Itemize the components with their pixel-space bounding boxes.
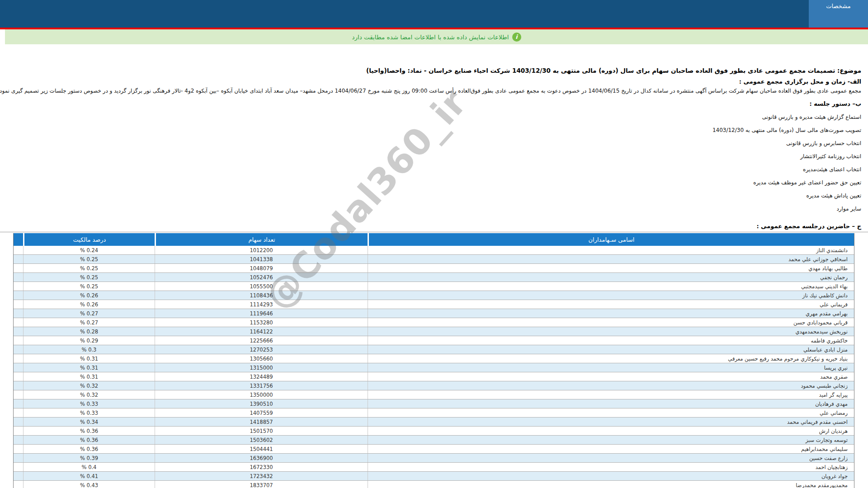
table-cell-blank <box>14 445 23 453</box>
table-cell-shares: 1636900 <box>155 454 368 462</box>
table-cell-blank <box>14 354 23 363</box>
agenda-item: سایر موارد <box>7 206 861 212</box>
table-cell-shares: 1504441 <box>155 445 368 453</box>
table-row: هرنديان ارش1501570% 0.36 <box>14 427 854 436</box>
table-cell-shares: 1012200 <box>155 246 368 254</box>
table-cell-pct: % 0.26 <box>23 291 155 300</box>
table-row: طالبي بهاباد مهدي1048079% 0.25 <box>14 264 854 273</box>
table-cell-name: محمدپورمقدم محمدرضا <box>368 481 854 488</box>
table-cell-pct: % 0.28 <box>23 327 155 336</box>
table-cell-name: نوربخش سيدمحمدمهدي <box>368 327 854 336</box>
table-cell-blank <box>14 309 23 318</box>
table-cell-name: سليماني محمدابراهيم <box>368 445 854 453</box>
table-row: دانشمندي الناز1012200% 0.24 <box>14 246 854 255</box>
table-cell-pct: % 0.27 <box>23 318 155 327</box>
table-row: زنجاني طبسي محمود1331756% 0.32 <box>14 381 854 390</box>
table-cell-blank <box>14 327 23 336</box>
table-cell-blank <box>14 291 23 300</box>
shareholders-table-body: دانشمندي الناز1012200% 0.24اسحاقي جوزاني… <box>14 246 854 488</box>
table-cell-pct: % 0.3 <box>23 345 155 354</box>
table-cell-name: نيري پريسا <box>368 363 854 372</box>
signature-status-bar: i اطلاعات نمایش داده شده با اطلاعات امضا… <box>5 29 868 44</box>
table-row: منزل ابادي عباسعلي1270253% 0.3 <box>14 345 854 354</box>
agenda-item: انتخاب حسابرس و بازرس قانونی <box>7 140 861 146</box>
table-row: نيري پريسا1315000% 0.31 <box>14 363 854 372</box>
table-cell-name: هرنديان ارش <box>368 427 854 435</box>
agenda-item: تعیین حق حضور اعضای غیر موظف هیئت مدیره <box>7 179 861 186</box>
table-cell-shares: 1833707 <box>155 481 368 488</box>
table-cell-shares: 1418857 <box>155 418 368 426</box>
table-row: فريماني علي1114293% 0.26 <box>14 300 854 309</box>
table-cell-blank <box>14 481 23 488</box>
section-b-title: ب– دستور جلسه : <box>7 100 861 107</box>
table-cell-pct: % 0.25 <box>23 273 155 282</box>
table-cell-name: توسعه وتجارت سبز <box>368 436 854 444</box>
table-cell-shares: 1503602 <box>155 436 368 444</box>
table-row: زهتابچيان احمد1672330% 0.4 <box>14 463 854 472</box>
table-cell-pct: % 0.25 <box>23 282 155 291</box>
page-title: موضوع: تصمیمات مجمع عمومی عادی بطور فوق … <box>7 67 861 74</box>
table-row: بهرامي مقدم مهري1119646% 0.27 <box>14 309 854 318</box>
table-cell-name: مهدي فرهاديان <box>368 399 854 408</box>
table-cell-name: زارع صفت حسين <box>368 454 854 462</box>
table-row: زارع صفت حسين1636900% 0.39 <box>14 454 854 463</box>
table-row: صفري محمد1324489% 0.31 <box>14 372 854 381</box>
table-cell-name: بهاء الديني سيدمجتبي <box>368 282 854 291</box>
table-cell-blank <box>14 427 23 435</box>
section-c-wrap: ج – حاضرین درجلسه مجمع عمومی : <box>0 223 868 232</box>
table-cell-name: زنجاني طبسي محمود <box>368 381 854 390</box>
table-cell-blank <box>14 436 23 444</box>
tab-specifications[interactable]: مشخصات <box>809 0 868 28</box>
table-row: پيرايه گر اميد1350000% 0.32 <box>14 390 854 399</box>
shareholders-table-header: اسامی سـهامداران تعداد سهام درصد مالکیت <box>14 233 854 246</box>
table-cell-name: منزل ابادي عباسعلي <box>368 345 854 354</box>
table-cell-name: رحمان نجفي <box>368 273 854 282</box>
table-cell-blank <box>14 418 23 426</box>
table-cell-pct: % 0.33 <box>23 408 155 417</box>
table-row: قرباني محمودابادي حسن1153280% 0.27 <box>14 318 854 327</box>
table-cell-pct: % 0.31 <box>23 372 155 381</box>
table-cell-blank <box>14 363 23 372</box>
table-cell-pct: % 0.36 <box>23 445 155 453</box>
column-header-shareholder-names: اسامی سـهامداران <box>368 233 854 246</box>
table-cell-shares: 1672330 <box>155 463 368 471</box>
table-cell-blank <box>14 472 23 480</box>
table-cell-name: دانشمندي الناز <box>368 246 854 254</box>
table-cell-name: قرباني محمودابادي حسن <box>368 318 854 327</box>
shareholders-table: اسامی سـهامداران تعداد سهام درصد مالکیت … <box>13 233 854 488</box>
agenda-item: تصویب صورت‌های مالی سال (دوره) مالی منته… <box>7 127 861 133</box>
table-cell-shares: 1164122 <box>155 327 368 336</box>
table-cell-blank <box>14 273 23 282</box>
agenda-item: استماع گزارش هیئت مدیره و بازرس قانونی <box>7 114 861 120</box>
table-cell-pct: % 0.26 <box>23 300 155 309</box>
table-cell-shares: 1501570 <box>155 427 368 435</box>
table-cell-pct: % 0.31 <box>23 363 155 372</box>
table-cell-shares: 1723432 <box>155 472 368 480</box>
signature-status-text: اطلاعات نمایش داده شده با اطلاعات امضا ش… <box>352 33 509 41</box>
table-row: اسحاقي جوزاني علي محمد1041338% 0.25 <box>14 255 854 264</box>
table-row: مهدي فرهاديان1390510% 0.33 <box>14 399 854 408</box>
table-cell-shares: 1324489 <box>155 372 368 381</box>
table-cell-pct: % 0.4 <box>23 463 155 471</box>
table-cell-blank <box>14 408 23 417</box>
table-cell-blank <box>14 246 23 254</box>
table-cell-blank <box>14 345 23 354</box>
table-cell-name: پيرايه گر اميد <box>368 390 854 399</box>
table-cell-blank <box>14 264 23 272</box>
table-cell-name: دانش كاظمي نيك ناز <box>368 291 854 300</box>
table-cell-shares: 1052476 <box>155 273 368 282</box>
table-row: بهاء الديني سيدمجتبي1055500% 0.25 <box>14 282 854 291</box>
table-cell-shares: 1055500 <box>155 282 368 291</box>
table-cell-name: بنياد خيريه و نيكوكاري مرحوم محمد رفيع ح… <box>368 354 854 363</box>
table-cell-pct: % 0.25 <box>23 255 155 263</box>
table-cell-name: احسني مقدم فريماني محمد <box>368 418 854 426</box>
table-cell-pct: % 0.33 <box>23 399 155 408</box>
table-cell-blank <box>14 381 23 390</box>
table-row: جواد غرويان1723432% 0.41 <box>14 472 854 481</box>
table-cell-name: فريماني علي <box>368 300 854 309</box>
table-cell-pct: % 0.39 <box>23 454 155 462</box>
table-row: رحمان نجفي1052476% 0.25 <box>14 273 854 282</box>
table-cell-pct: % 0.32 <box>23 381 155 390</box>
table-cell-name: بهرامي مقدم مهري <box>368 309 854 318</box>
table-row: محمدپورمقدم محمدرضا1833707% 0.43 <box>14 481 854 488</box>
